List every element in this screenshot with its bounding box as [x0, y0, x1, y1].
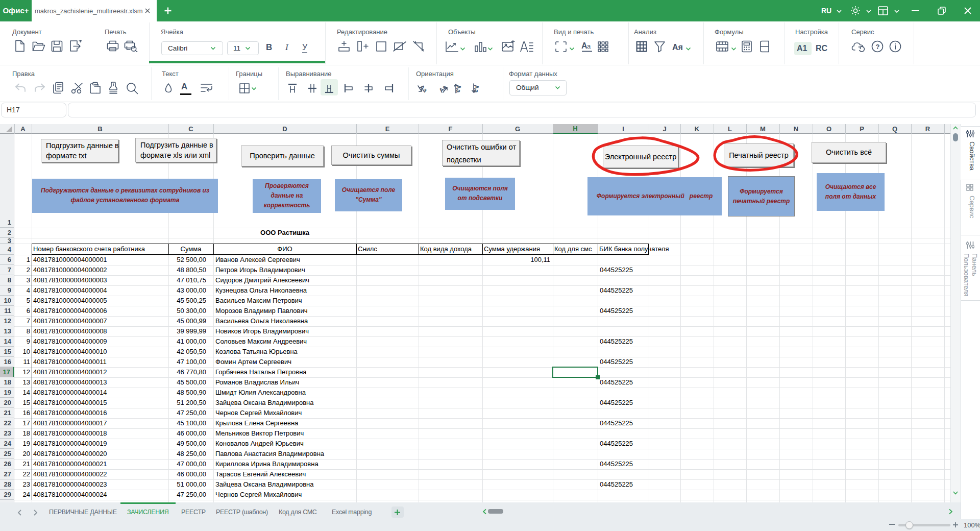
svg-text:?: ? [876, 43, 880, 51]
svg-text:a: a [587, 42, 591, 50]
